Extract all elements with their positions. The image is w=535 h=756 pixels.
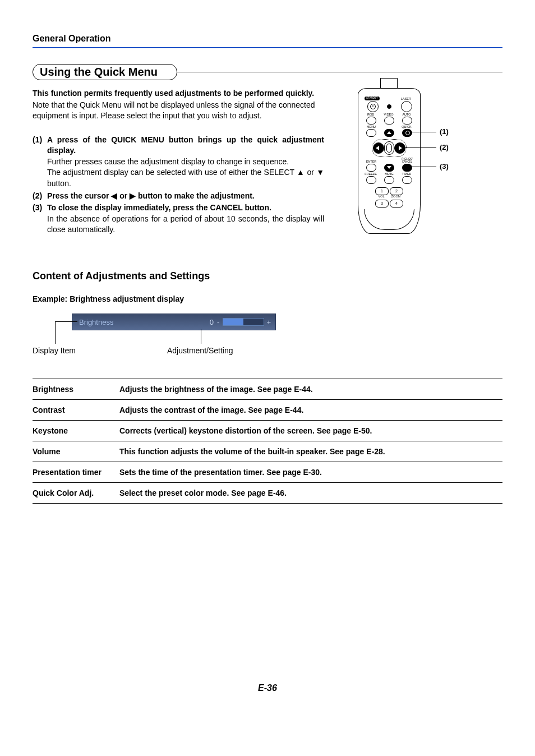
setting-name: Contrast [33, 405, 119, 414]
setting-desc: Select the preset color mode. See page E… [119, 488, 502, 497]
step-1: (1) A press of the QUICK MENU button bri… [33, 135, 324, 190]
auto-button [402, 117, 412, 125]
table-row: Presentation timer Sets the time of the … [33, 462, 502, 482]
quick-label: QUICK [400, 126, 413, 129]
callout-3: (3) [440, 162, 449, 170]
cancel-label: R-CLICK/ CANCEL [398, 158, 417, 163]
setting-name: Brightness [33, 385, 119, 394]
quick-button [402, 129, 412, 137]
step-detail: Further presses cause the adjustment dis… [47, 157, 324, 188]
setting-desc: Corrects (vertical) keystone distortion … [119, 426, 502, 435]
dpad-center [384, 141, 394, 155]
setting-name: Quick Color Adj. [33, 488, 119, 497]
setting-desc: This function adjusts the volume of the … [119, 447, 502, 456]
table-row: Contrast Adjusts the contrast of the ima… [33, 399, 502, 420]
setting-name: Volume [33, 447, 119, 456]
menu-label: MENU [365, 126, 377, 129]
section-title: Using the Quick Menu [33, 64, 177, 80]
dpad-left [373, 142, 384, 154]
intro-text: Note that the Quick Menu will not be dis… [33, 100, 324, 121]
steps-list: (1) A press of the QUICK MENU button bri… [33, 135, 324, 236]
num-2: 2 [390, 187, 403, 195]
plus-icon: + [264, 318, 271, 326]
dpad-right [394, 142, 405, 154]
setting-desc: Adjusts the brightness of the image. See… [119, 385, 502, 394]
section-title-rule [175, 72, 502, 72]
page-header: General Operation [33, 34, 502, 48]
step-3: (3) To close the display immediately, pr… [33, 202, 324, 236]
sub-heading: Content of Adjustments and Settings [33, 270, 502, 282]
callout-1: (1) [440, 127, 449, 136]
step-title: Press the cursor ◀ or ▶ button to make t… [47, 191, 255, 200]
right-column: STANDBY LASER RGB VIDEO AUTO [341, 88, 502, 237]
document-page: General Operation Using the Quick Menu T… [0, 0, 535, 716]
osd-value: 0 [201, 318, 214, 326]
table-row: Volume This function adjusts the volume … [33, 441, 502, 462]
section-title-row: Using the Quick Menu [33, 64, 502, 80]
vol-label: VOL [375, 195, 388, 199]
rgb-button [366, 117, 376, 125]
setting-desc: Adjusts the contrast of the image. See p… [119, 405, 502, 414]
intro-bold: This function permits frequently used ad… [33, 88, 324, 99]
enter-button [366, 164, 376, 172]
standby-label: STANDBY [365, 96, 380, 100]
setting-name: Presentation timer [33, 468, 119, 477]
mute-label: MUTE [383, 173, 395, 176]
video-label: VIDEO [382, 113, 395, 117]
num-4: 4 [390, 200, 403, 208]
step-2: (2) Press the cursor ◀ or ▶ button to ma… [33, 191, 324, 202]
video-button [384, 117, 394, 125]
zoom-label: ZOOM [390, 195, 402, 199]
freeze-label: FREEZE [364, 173, 377, 176]
num-3: 3 [375, 200, 389, 208]
timer-label: TIMER [400, 173, 413, 176]
osd-bar: Brightness 0 - + [72, 314, 276, 330]
table-row: Brightness Adjusts the brightness of the… [33, 379, 502, 399]
osd-slider [223, 318, 264, 326]
down-button [384, 164, 394, 172]
step-number: (2) [33, 191, 47, 202]
setting-desc: Sets the time of the presentation timer.… [119, 468, 502, 477]
osd-item-name: Brightness [72, 318, 158, 326]
step-title: To close the display immediately, press … [47, 203, 271, 212]
laser-label: LASER [398, 98, 414, 101]
osd-caption-right: Adjustment/Setting [167, 346, 233, 355]
osd-example: Brightness 0 - + Display Item Adjustment… [33, 314, 502, 358]
cancel-button [402, 164, 412, 172]
step-title: A press of the QUICK MENU button brings … [47, 135, 324, 155]
page-number: E-36 [33, 683, 502, 693]
rgb-label: RGB [365, 113, 376, 117]
settings-table: Brightness Adjusts the brightness of the… [33, 379, 502, 504]
standby-button [367, 101, 379, 112]
menu-button [366, 129, 376, 137]
freeze-button [366, 176, 376, 184]
remote-diagram: STANDBY LASER RGB VIDEO AUTO [358, 88, 421, 237]
enter-label: ENTER [364, 160, 379, 164]
minus-icon: - [214, 318, 223, 326]
up-button [384, 129, 394, 137]
example-label: Example: Brightness adjustment display [33, 294, 502, 303]
step-number: (1) [33, 135, 47, 190]
timer-button [402, 176, 412, 184]
callout-2: (2) [440, 143, 449, 151]
laser-button [401, 101, 412, 112]
step-number: (3) [33, 202, 47, 236]
led-indicator [387, 104, 391, 109]
left-column: This function permits frequently used ad… [33, 88, 324, 237]
table-row: Quick Color Adj. Select the preset color… [33, 482, 502, 504]
setting-name: Keystone [33, 426, 119, 435]
num-1: 1 [375, 187, 389, 195]
osd-caption-left: Display Item [33, 346, 76, 355]
mute-button [384, 176, 394, 184]
table-row: Keystone Corrects (vertical) keystone di… [33, 420, 502, 441]
auto-label: AUTO [400, 113, 413, 117]
step-detail: In the absence of operations for a perio… [47, 214, 324, 234]
